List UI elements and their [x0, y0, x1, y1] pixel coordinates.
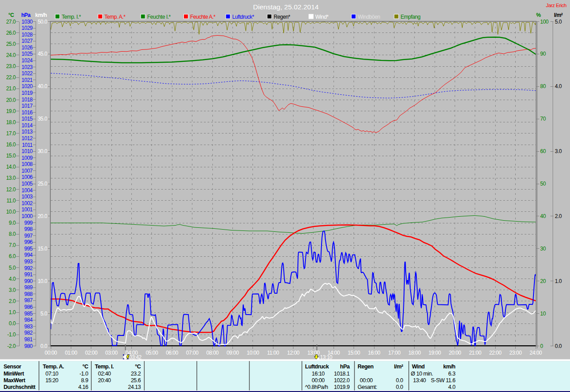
svg-text:03:00: 03:00	[105, 350, 118, 356]
svg-text:24.13: 24.13	[128, 384, 141, 390]
svg-text:1023: 1023	[21, 64, 33, 70]
svg-text:0.0: 0.0	[9, 320, 16, 327]
svg-text:Wind*: Wind*	[315, 14, 329, 20]
svg-text:20: 20	[540, 278, 546, 284]
svg-text:-1.0: -1.0	[79, 371, 88, 377]
svg-text:0.0: 0.0	[396, 384, 403, 390]
svg-text:%: %	[536, 12, 541, 18]
svg-text:Temp. A.*: Temp. A.*	[105, 14, 126, 20]
svg-text:1029: 1029	[21, 25, 33, 31]
svg-text:km/h: km/h	[443, 364, 455, 370]
svg-text:09:00: 09:00	[227, 350, 239, 356]
svg-text:l/m²: l/m²	[554, 12, 563, 18]
svg-text:02:00: 02:00	[85, 350, 98, 356]
svg-text:1015: 1015	[21, 116, 33, 122]
svg-text:4.16: 4.16	[78, 384, 89, 390]
svg-text:10:00: 10:00	[247, 350, 259, 356]
svg-text:20:00: 20:00	[449, 350, 461, 356]
svg-text:23.0: 23.0	[6, 63, 16, 69]
svg-text:Windböen: Windböen	[358, 14, 380, 20]
svg-text:MaxWert: MaxWert	[4, 377, 26, 384]
svg-text:05:00: 05:00	[146, 350, 158, 356]
svg-text:00:00: 00:00	[360, 377, 373, 384]
svg-text:Ø 10 min.: Ø 10 min.	[411, 371, 433, 377]
svg-text:1019: 1019	[21, 90, 33, 96]
svg-text:5.0: 5.0	[9, 265, 16, 271]
svg-text:1.0: 1.0	[555, 278, 562, 284]
svg-text:989: 989	[24, 284, 33, 291]
svg-text:27.0: 27.0	[6, 19, 16, 25]
svg-text:25.6: 25.6	[131, 377, 141, 384]
svg-text:20.0: 20.0	[6, 97, 16, 103]
svg-text:-1.0: -1.0	[7, 331, 16, 338]
svg-text:23.2: 23.2	[131, 371, 141, 377]
svg-text:14.0: 14.0	[6, 164, 16, 170]
svg-text:986: 986	[24, 304, 33, 310]
svg-text:992: 992	[24, 265, 33, 271]
svg-text:30: 30	[540, 246, 546, 252]
svg-text:90: 90	[540, 51, 546, 57]
svg-text:11.0: 11.0	[7, 198, 16, 204]
svg-text:4.0: 4.0	[9, 276, 16, 282]
svg-text:19.0: 19.0	[6, 108, 16, 114]
svg-text:13:40: 13:40	[413, 377, 426, 384]
svg-text:80: 80	[540, 83, 546, 89]
svg-text:6.0: 6.0	[9, 253, 16, 259]
svg-text:18.0: 18.0	[6, 119, 16, 125]
svg-text:1030: 1030	[21, 19, 33, 25]
svg-text:1.0: 1.0	[9, 309, 16, 315]
svg-text:1022: 1022	[21, 70, 33, 77]
svg-text:Temp. A.: Temp. A.	[43, 364, 64, 370]
svg-text:1024: 1024	[21, 57, 33, 64]
svg-text:100: 100	[540, 19, 549, 25]
svg-text:1012: 1012	[21, 135, 33, 141]
svg-text:50.0: 50.0	[38, 19, 48, 25]
svg-text:13:10: 13:10	[320, 354, 333, 360]
svg-text:988: 988	[24, 291, 33, 297]
svg-text:1018.1: 1018.1	[334, 371, 350, 377]
svg-text:994: 994	[24, 252, 33, 258]
svg-text:Gesamt:: Gesamt:	[358, 384, 377, 390]
svg-text:17:00: 17:00	[388, 350, 401, 356]
svg-text:00:00: 00:00	[312, 377, 325, 384]
svg-text:18:00: 18:00	[408, 350, 421, 356]
svg-text:985: 985	[24, 311, 33, 317]
svg-text:13:00: 13:00	[307, 350, 320, 356]
svg-text:9.0: 9.0	[9, 220, 16, 226]
svg-text:5.0: 5.0	[555, 19, 562, 25]
svg-text:30.0: 30.0	[38, 148, 48, 154]
svg-text:4.0: 4.0	[448, 384, 456, 390]
svg-text:1025: 1025	[21, 51, 33, 57]
svg-text:40: 40	[540, 213, 546, 219]
svg-text:15:00: 15:00	[348, 350, 360, 356]
svg-text:1021: 1021	[21, 77, 33, 83]
svg-text:02:40: 02:40	[98, 371, 111, 377]
svg-text:hPa: hPa	[340, 364, 350, 370]
svg-text:07:00: 07:00	[186, 350, 199, 356]
svg-text:4.0: 4.0	[555, 83, 562, 89]
svg-text:1000: 1000	[21, 213, 33, 219]
svg-text:20:40: 20:40	[98, 377, 111, 384]
svg-text:1002: 1002	[21, 200, 33, 206]
svg-text:26.0: 26.0	[6, 30, 16, 36]
svg-text:22:00: 22:00	[489, 350, 501, 356]
svg-text:20.0: 20.0	[38, 213, 48, 219]
svg-text:15:20: 15:20	[45, 377, 58, 384]
svg-text:08:00: 08:00	[206, 350, 219, 356]
svg-text:1016: 1016	[21, 109, 33, 116]
svg-text:Regen*: Regen*	[274, 14, 291, 20]
svg-text:11:00: 11:00	[267, 350, 279, 356]
svg-text:°C: °C	[82, 364, 88, 370]
svg-text:0: 0	[540, 343, 543, 349]
svg-text:Wind: Wind	[412, 364, 424, 370]
svg-text:Luftdruck: Luftdruck	[305, 364, 329, 370]
svg-text:6.3: 6.3	[448, 371, 456, 377]
svg-text:07:10: 07:10	[45, 371, 58, 377]
svg-text:1014: 1014	[21, 122, 33, 129]
svg-text:1022.0: 1022.0	[334, 377, 350, 384]
svg-text:981: 981	[24, 336, 33, 343]
svg-text:8.0: 8.0	[9, 231, 16, 237]
svg-text:S-SW 11.6: S-SW 11.6	[431, 377, 456, 384]
svg-text:-2.0: -2.0	[7, 343, 16, 349]
svg-text:19:00: 19:00	[428, 350, 441, 356]
